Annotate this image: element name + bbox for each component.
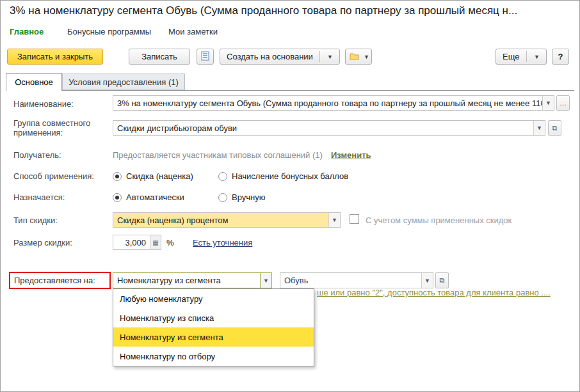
percent-label: %	[166, 238, 174, 247]
group-input[interactable]: Скидки дистрибьюторам обуви ▼	[113, 120, 545, 136]
button-divider	[319, 51, 320, 62]
tab-conditions[interactable]: Условия предоставления (1)	[62, 74, 185, 90]
assign-label: Назначается:	[13, 192, 65, 202]
provided-label-box: Предоставляется на:	[9, 272, 111, 289]
chevron-down-icon[interactable]: ▼	[533, 121, 545, 135]
more-button[interactable]: Еще ▼	[495, 49, 547, 65]
type-label: Тип скидки:	[13, 216, 58, 225]
tab-main[interactable]: Основное	[6, 73, 62, 91]
help-button[interactable]: ?	[552, 49, 569, 65]
condition-background-text[interactable]: ше или равно "2", доступность товара для…	[317, 288, 551, 297]
segment-open-button[interactable]: ⧉	[435, 272, 449, 288]
method-label: Способ применения:	[13, 171, 94, 181]
change-link[interactable]: Изменить	[331, 150, 371, 160]
post-document-button[interactable]	[197, 49, 214, 65]
chevron-down-icon: ▼	[327, 54, 333, 60]
applied-discounts-label: С учетом суммы примененных скидок	[366, 216, 512, 225]
radio-automatic-label: Автоматически	[126, 192, 184, 202]
radio-bonus-points-label: Начисление бонусных баллов	[232, 171, 348, 181]
radio-bonus-points[interactable]	[218, 172, 227, 181]
provided-on-dropdown-list: Любую номенклатуру Номенклатуру из списк…	[113, 288, 314, 366]
nav-bonus-programs-link[interactable]: Бонусные программы	[67, 27, 151, 36]
segment-combo[interactable]: Обувь ▼	[280, 272, 433, 288]
chevron-down-icon[interactable]: ▼	[542, 96, 554, 110]
chevron-down-icon[interactable]: ▼	[328, 213, 340, 227]
clarifications-link[interactable]: Есть уточнения	[193, 238, 252, 247]
radio-discount-markup[interactable]	[113, 172, 122, 181]
save-button[interactable]: Записать	[129, 49, 190, 65]
document-lines-icon	[200, 51, 210, 63]
button-divider	[526, 51, 527, 62]
radio-manual[interactable]	[218, 193, 227, 202]
nav-main-link[interactable]: Главное	[10, 27, 44, 36]
applied-discounts-checkbox[interactable]	[350, 214, 359, 224]
radio-automatic[interactable]	[113, 193, 122, 202]
name-more-button[interactable]: …	[556, 95, 570, 111]
group-open-button[interactable]: ⧉	[548, 120, 561, 136]
provided-on-combo[interactable]: Номенклатуру из сегмента ▼	[113, 272, 272, 288]
size-label: Размер скидки:	[13, 238, 72, 247]
provided-label: Предоставляется на:	[14, 276, 95, 285]
discount-size-input[interactable]: 3,000 ▦	[113, 235, 161, 250]
dropdown-item-segment[interactable]: Номенклатуру из сегмента	[113, 327, 314, 347]
group-label-line2: применения:	[13, 128, 63, 137]
create-based-on-button[interactable]: Создать на основании ▼	[220, 49, 340, 65]
discount-type-combo[interactable]: Скидка (наценка) процентом ▼	[113, 212, 341, 228]
folder-icon	[350, 52, 359, 62]
calculator-icon[interactable]: ▦	[150, 235, 161, 249]
chevron-down-icon: ▼	[534, 54, 540, 60]
save-and-close-button[interactable]: Записать и закрыть	[7, 49, 103, 65]
dropdown-item-filter[interactable]: Номенклатуру по отбору	[113, 347, 314, 366]
chevron-down-icon: ▼	[364, 54, 369, 60]
name-label: Наименование:	[13, 99, 74, 109]
chevron-down-icon[interactable]: ▼	[421, 273, 433, 288]
group-label-line1: Группа совместного	[13, 118, 90, 128]
recipient-text: Предоставляется участникам типовых согла…	[113, 150, 323, 160]
dropdown-item-any[interactable]: Любую номенклатуру	[113, 289, 314, 308]
recipient-label: Получатель:	[13, 150, 61, 160]
window-title: 3% на номенклатуру сегмента Обувь (Сумма…	[10, 4, 573, 17]
name-input[interactable]: 3% на номенклатуру сегмента Обувь (Сумма…	[113, 95, 554, 111]
nav-my-notes-link[interactable]: Мои заметки	[168, 27, 218, 36]
chevron-down-icon[interactable]: ▼	[260, 273, 271, 288]
radio-manual-label: Вручную	[232, 192, 265, 202]
radio-discount-markup-label: Скидка (наценка)	[126, 171, 193, 181]
copy-create-button[interactable]: ▼	[345, 49, 372, 65]
dropdown-item-list[interactable]: Номенклатуру из списка	[113, 308, 314, 327]
app-window: 3% на номенклатуру сегмента Обувь (Сумма…	[0, 0, 580, 392]
